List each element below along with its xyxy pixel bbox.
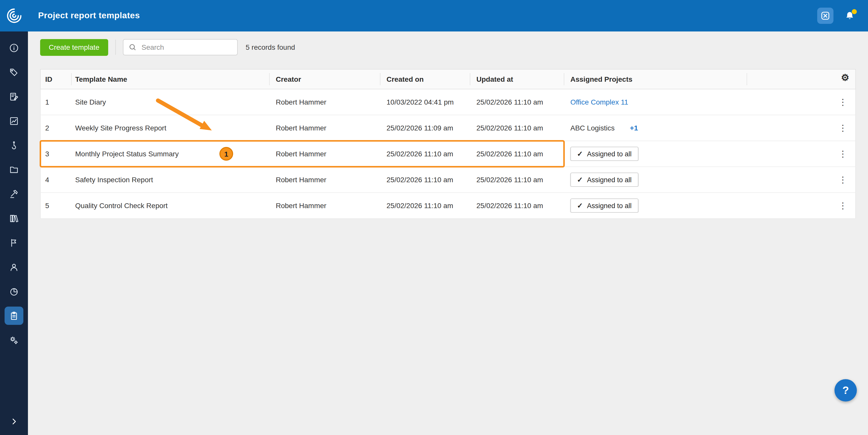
sidebar-item-reports[interactable] xyxy=(2,279,26,304)
hoist-icon xyxy=(9,140,19,150)
sidebar-item-tasks[interactable] xyxy=(2,84,26,109)
search-input[interactable] xyxy=(141,43,232,52)
analytics-icon xyxy=(9,116,19,126)
table-row[interactable]: 5 Quality Control Check Report Robert Ha… xyxy=(40,193,856,219)
templates-icon xyxy=(9,311,19,321)
sidebar-item-hoist[interactable] xyxy=(2,133,26,157)
check-icon: ✓ xyxy=(577,202,583,210)
check-icon: ✓ xyxy=(577,150,583,158)
row-menu-kebab-icon[interactable]: ⋮ xyxy=(839,98,847,106)
template-name: Weekly Site Progress Report xyxy=(72,124,270,132)
sidebar-expand-button[interactable] xyxy=(2,413,26,430)
assigned-to-all-button[interactable]: ✓Assigned to all xyxy=(570,147,638,161)
updated-at: 25/02/2026 11:10 am xyxy=(470,150,564,158)
row-menu-kebab-icon[interactable]: ⋮ xyxy=(839,175,847,184)
row-menu-kebab-icon[interactable]: ⋮ xyxy=(839,124,847,132)
assigned-project-link[interactable]: Office Complex 11 xyxy=(570,98,628,106)
creator: Robert Hammer xyxy=(270,176,380,184)
table-row[interactable]: 2 Weekly Site Progress Report Robert Ham… xyxy=(40,115,856,141)
tasks-icon xyxy=(9,92,19,101)
swirl-logo-icon xyxy=(5,7,23,24)
updated-at: 25/02/2026 11:10 am xyxy=(470,202,564,210)
column-header-updated[interactable]: Updated at xyxy=(470,73,564,85)
toolbar: Create template 5 records found xyxy=(40,39,856,56)
column-header-creator[interactable]: Creator xyxy=(270,73,380,85)
sidebar-item-library[interactable] xyxy=(2,206,26,230)
templates-table: ID Template Name Creator Created on Upda… xyxy=(40,69,856,219)
column-header-assigned[interactable]: Assigned Projects xyxy=(564,73,747,85)
main-content: Create template 5 records found ID Templ… xyxy=(28,31,868,435)
settings-gears-icon xyxy=(9,335,19,345)
created-on: 25/02/2026 11:09 am xyxy=(380,124,470,132)
row-id: 1 xyxy=(41,98,72,106)
chevron-right-icon xyxy=(10,417,18,425)
row-id: 4 xyxy=(41,176,72,184)
sidebar-item-templates[interactable] xyxy=(2,304,26,328)
row-menu-kebab-icon[interactable]: ⋮ xyxy=(839,149,847,158)
creator: Robert Hammer xyxy=(270,202,380,210)
check-icon: ✓ xyxy=(577,176,583,184)
creator: Robert Hammer xyxy=(270,150,380,158)
column-header-name[interactable]: Template Name xyxy=(72,73,270,85)
row-id: 5 xyxy=(41,202,72,210)
user-icon xyxy=(9,262,19,272)
assigned-more-link[interactable]: +1 xyxy=(630,124,638,132)
toolbar-divider xyxy=(115,40,116,55)
created-on: 10/03/2022 04:41 pm xyxy=(380,98,470,106)
app-window: Project report templates xyxy=(0,0,868,435)
library-icon xyxy=(9,213,19,223)
sidebar-item-analytics[interactable] xyxy=(2,109,26,133)
sidebar-item-folder[interactable] xyxy=(2,157,26,182)
sidebar-item-settings[interactable] xyxy=(2,328,26,352)
flag-icon xyxy=(9,238,19,247)
gavel-icon xyxy=(9,189,19,199)
page-title: Project report templates xyxy=(38,11,140,21)
creator: Robert Hammer xyxy=(270,124,380,132)
updated-at: 25/02/2026 11:10 am xyxy=(470,98,564,106)
info-icon xyxy=(9,43,19,53)
notification-dot xyxy=(852,9,857,14)
apps-icon xyxy=(820,11,830,21)
updated-at: 25/02/2026 11:10 am xyxy=(470,124,564,132)
row-id: 2 xyxy=(41,124,72,132)
template-name: Quality Control Check Report xyxy=(72,202,270,210)
header-actions xyxy=(817,8,868,24)
create-template-button[interactable]: Create template xyxy=(40,39,108,56)
creator: Robert Hammer xyxy=(270,98,380,106)
search-box[interactable] xyxy=(123,39,238,55)
template-name: Site Diary xyxy=(72,98,270,106)
top-header-bar: Project report templates xyxy=(0,0,868,31)
help-button[interactable]: ? xyxy=(835,379,857,401)
template-name: Safety Inspection Report xyxy=(72,176,270,184)
row-menu-kebab-icon[interactable]: ⋮ xyxy=(839,201,847,210)
table-header-row: ID Template Name Creator Created on Upda… xyxy=(40,69,856,89)
assigned-to-all-button[interactable]: ✓Assigned to all xyxy=(570,198,638,213)
updated-at: 25/02/2026 11:10 am xyxy=(470,176,564,184)
annotation-step-badge: 1 xyxy=(219,147,233,161)
search-icon xyxy=(128,43,136,51)
pie-chart-icon xyxy=(9,287,19,296)
sidebar-item-gavel[interactable] xyxy=(2,182,26,206)
sidebar-item-info[interactable] xyxy=(2,36,26,60)
sidebar-item-user[interactable] xyxy=(2,255,26,279)
assigned-to-all-button[interactable]: ✓Assigned to all xyxy=(570,173,638,187)
folder-icon xyxy=(9,165,19,174)
table-row[interactable]: 1 Site Diary Robert Hammer 10/03/2022 04… xyxy=(40,89,856,115)
row-id: 3 xyxy=(41,150,72,158)
sidebar-item-flag[interactable] xyxy=(2,230,26,255)
column-header-created[interactable]: Created on xyxy=(380,73,470,85)
brand-logo[interactable] xyxy=(0,7,28,24)
column-header-id[interactable]: ID xyxy=(41,73,72,85)
table-row[interactable]: 4 Safety Inspection Report Robert Hammer… xyxy=(40,167,856,193)
assigned-project-name: ABC Logistics xyxy=(570,124,615,132)
records-found-text: 5 records found xyxy=(246,43,295,51)
table-row-highlighted[interactable]: 3 Monthly Project Status Summary Robert … xyxy=(40,141,856,167)
created-on: 25/02/2026 11:10 am xyxy=(380,202,470,210)
apps-button[interactable] xyxy=(817,8,834,24)
template-name: Monthly Project Status Summary xyxy=(72,150,270,158)
sidebar-item-tags[interactable] xyxy=(2,60,26,84)
sidebar-nav xyxy=(0,31,28,435)
column-settings-gear-icon[interactable]: ⚙ xyxy=(841,73,849,85)
tags-icon xyxy=(9,67,19,77)
notifications-button[interactable] xyxy=(845,11,855,21)
